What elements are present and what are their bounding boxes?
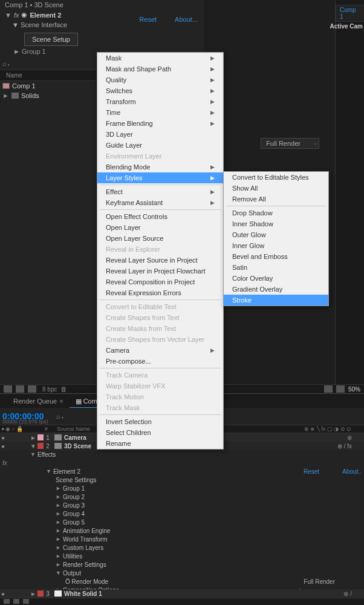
eye-icon[interactable]: ● <box>1 434 5 441</box>
menu-item[interactable]: Quality▶ <box>97 74 223 85</box>
expand-icon[interactable]: ► <box>56 485 61 491</box>
project-item-comp[interactable]: Comp 1 <box>0 81 96 91</box>
menu-item[interactable]: Select Children <box>97 427 223 438</box>
property-row[interactable]: Scene Settings <box>0 476 364 484</box>
eye-icon[interactable]: ● <box>1 443 5 450</box>
project-item-folder[interactable]: ►Solids <box>0 91 96 100</box>
expand-icon[interactable]: ► <box>56 511 61 517</box>
expand-icon[interactable]: ► <box>56 561 61 567</box>
menu-item[interactable]: Mask▶ <box>97 53 223 64</box>
switch-icons[interactable]: ⊕ <box>347 434 352 441</box>
render-mode-dropdown[interactable]: Full Render <box>261 138 319 149</box>
scene-setup-button[interactable]: Scene Setup <box>24 33 78 46</box>
expand-icon[interactable]: ▼ <box>30 451 36 457</box>
menu-item[interactable]: Reveal Layer Source in Project <box>97 255 223 266</box>
menu-item[interactable]: Blending Mode▶ <box>97 162 223 172</box>
name-column-header[interactable]: Name <box>0 70 96 81</box>
expand-icon[interactable]: ▼ <box>12 21 19 28</box>
menu-item[interactable]: Time▶ <box>97 107 223 118</box>
menu-item[interactable]: Frame Blending▶ <box>97 118 223 129</box>
property-row[interactable]: ►Group 3 <box>0 501 364 509</box>
menu-item[interactable]: Inner Glow <box>224 240 328 251</box>
label-color[interactable] <box>37 443 44 449</box>
property-row[interactable]: ▼Output <box>0 569 364 577</box>
footer-icon[interactable] <box>13 599 19 604</box>
expand-icon[interactable]: ► <box>56 494 61 500</box>
expand-icon[interactable]: ▼ <box>5 11 11 19</box>
layer-row[interactable]: ● ► 3 White Solid 1 ⊕ / <box>0 589 364 598</box>
monitor-icon[interactable] <box>324 385 333 393</box>
toolbar-icon[interactable] <box>16 385 24 393</box>
property-row[interactable]: ►Render Settings <box>0 560 364 569</box>
zoom-label[interactable]: 50% <box>348 386 360 393</box>
menu-item[interactable]: Reveal Expression Errors <box>97 287 223 298</box>
menu-item[interactable]: Gradient Overlay <box>224 284 328 295</box>
property-row[interactable]: ►World Transform <box>0 535 364 543</box>
menu-item[interactable]: Inner Shadow <box>224 218 328 229</box>
menu-item[interactable]: Invert Selection <box>97 416 223 427</box>
switch-icons[interactable]: ⊕ / <box>343 590 352 597</box>
menu-item[interactable]: Transform▶ <box>97 96 223 107</box>
expand-icon[interactable]: ► <box>56 544 61 551</box>
expand-icon[interactable]: ▼ <box>46 468 51 474</box>
toolbar-icon[interactable] <box>4 385 12 393</box>
expand-icon[interactable]: ► <box>29 590 37 597</box>
menu-item[interactable]: Convert to Editable Styles <box>224 172 328 183</box>
property-row[interactable]: ►Group 1 <box>0 484 364 492</box>
fx-switch[interactable]: ⊕ / fx <box>337 443 352 450</box>
expand-icon[interactable]: ▼ <box>29 443 37 450</box>
expand-icon[interactable]: ► <box>56 553 61 559</box>
reset-link[interactable]: Reset <box>139 16 157 23</box>
menu-item[interactable]: Stroke <box>224 295 328 306</box>
layer-name[interactable]: White Solid 1 <box>62 590 291 597</box>
menu-item[interactable]: Satin <box>224 262 328 273</box>
reset-link[interactable]: Reset <box>304 468 319 475</box>
menu-item[interactable]: Camera▶ <box>97 345 223 356</box>
menu-item[interactable]: Pre-compose... <box>97 356 223 367</box>
menu-item[interactable]: Layer Styles▶ <box>97 172 223 183</box>
menu-item[interactable]: Open Effect Controls <box>97 211 223 222</box>
menu-item[interactable]: Outer Glow <box>224 229 328 240</box>
property-row[interactable]: ►Group 2 <box>0 492 364 501</box>
menu-item[interactable]: Remove All <box>224 194 328 204</box>
tab-render-queue[interactable]: Render Queue× <box>7 396 70 408</box>
property-row[interactable]: ►Utilities <box>0 552 364 560</box>
property-row[interactable]: ►Group 4 <box>0 509 364 518</box>
menu-item[interactable]: Color Overlay <box>224 273 328 284</box>
menu-item[interactable]: Guide Layer <box>97 140 223 151</box>
menu-item[interactable]: Switches▶ <box>97 85 223 96</box>
label-color[interactable] <box>37 434 44 440</box>
menu-item[interactable]: Mask and Shape Path▶ <box>97 64 223 74</box>
menu-item[interactable]: Rename <box>97 438 223 449</box>
trash-icon[interactable]: 🗑 <box>60 385 67 393</box>
render-mode-value[interactable]: Full Render <box>304 578 335 585</box>
expand-icon[interactable]: ► <box>2 92 9 99</box>
search-icon[interactable]: ⌕▾ <box>56 413 65 420</box>
property-row[interactable]: ►Group 5 <box>0 518 364 526</box>
toolbar-icon[interactable] <box>28 385 36 393</box>
menu-item[interactable]: Keyframe Assistant▶ <box>97 197 223 208</box>
menu-item[interactable]: Effect▶ <box>97 186 223 197</box>
property-row[interactable]: ▼Effects <box>0 450 364 459</box>
menu-item[interactable]: Drop Shadow <box>224 208 328 218</box>
about-link[interactable]: About.. <box>342 468 362 475</box>
menu-item[interactable]: Reveal Layer in Project Flowchart <box>97 266 223 276</box>
property-row[interactable]: Ö Render ModeFull Render <box>0 577 364 586</box>
footer-icon[interactable] <box>4 599 10 604</box>
expand-icon[interactable]: ► <box>56 502 61 508</box>
menu-item[interactable]: Open Layer Source <box>97 233 223 244</box>
expand-icon[interactable]: ► <box>56 528 61 534</box>
close-icon[interactable]: × <box>59 397 63 405</box>
search-icon[interactable]: ⌕▾ <box>2 60 11 67</box>
menu-item[interactable]: Open Layer <box>97 222 223 233</box>
monitor-icon[interactable] <box>336 385 345 393</box>
menu-item[interactable]: Show All <box>224 183 328 194</box>
expand-icon[interactable]: ► <box>29 434 37 441</box>
property-row[interactable]: ▼Element 2ResetAbout.. <box>0 467 364 476</box>
property-row[interactable]: ►Animation Engine <box>0 526 364 535</box>
menu-item[interactable]: Bevel and Emboss <box>224 251 328 262</box>
eye-icon[interactable]: ● <box>1 590 5 597</box>
bpc-label[interactable]: 8 bpc <box>42 386 57 393</box>
expand-icon[interactable]: ► <box>56 519 61 525</box>
property-row[interactable]: ►Custom Layers <box>0 543 364 552</box>
